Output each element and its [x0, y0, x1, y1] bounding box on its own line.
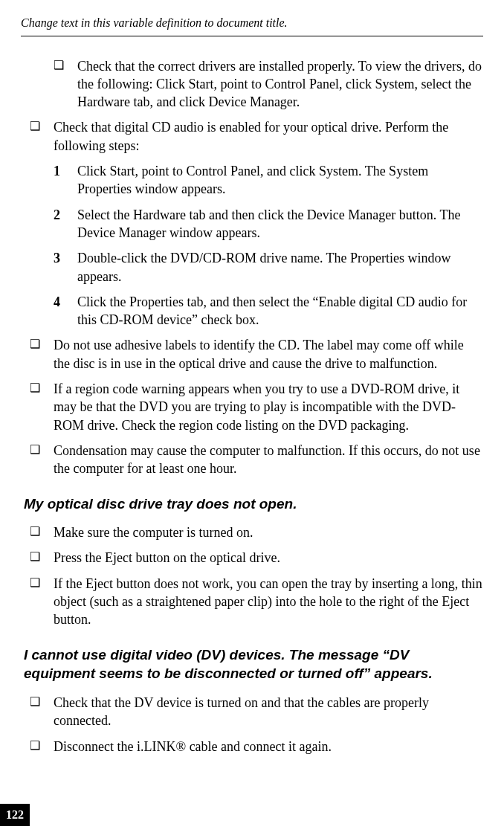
bullet-icon: ❑ — [30, 549, 54, 567]
step-number: 4 — [54, 293, 77, 329]
list-item-text: Disconnect the i.LINK® cable and connect… — [54, 738, 483, 755]
bullet-icon: ❑ — [30, 694, 54, 730]
list-item: ❑ Check that the correct drivers are ins… — [54, 57, 483, 112]
step-number: 3 — [54, 249, 77, 286]
list-item: ❑ Press the Eject button on the optical … — [30, 549, 483, 567]
page-content: ❑ Check that the correct drivers are ins… — [21, 57, 483, 755]
bullet-icon: ❑ — [30, 738, 54, 755]
step-item: 4 Click the Properties tab, and then sel… — [54, 293, 483, 329]
list-item: ❑ Check that digital CD audio is enabled… — [30, 118, 483, 155]
step-item: 3 Double-click the DVD/CD-ROM drive name… — [54, 249, 483, 286]
bullet-icon: ❑ — [30, 575, 54, 629]
list-item: ❑ Condensation may cause the computer to… — [30, 442, 483, 478]
step-number: 2 — [54, 206, 77, 242]
list-item: ❑ Disconnect the i.LINK® cable and conne… — [30, 738, 483, 755]
list-item-text: Condensation may cause the computer to m… — [54, 442, 483, 478]
list-item: ❑ Check that the DV device is turned on … — [30, 694, 483, 730]
step-text: Select the Hardware tab and then click t… — [77, 206, 483, 242]
page-number: 122 — [0, 804, 30, 826]
bullet-icon: ❑ — [30, 118, 54, 155]
list-item-text: If the Eject button does not work, you c… — [54, 575, 483, 629]
step-text: Click Start, point to Control Panel, and… — [77, 162, 483, 199]
list-item: ❑ Make sure the computer is turned on. — [30, 523, 483, 541]
section-heading-dv: I cannot use digital video (DV) devices.… — [24, 645, 483, 683]
list-item-text: Check that digital CD audio is enabled f… — [54, 118, 483, 155]
bullet-icon: ❑ — [30, 442, 54, 478]
step-number: 1 — [54, 162, 77, 199]
bullet-icon: ❑ — [30, 523, 54, 541]
step-item: 2 Select the Hardware tab and then click… — [54, 206, 483, 242]
page-header: Change text in this variable definition … — [21, 15, 483, 36]
bullet-icon: ❑ — [54, 57, 77, 112]
section-heading-tray: My optical disc drive tray does not open… — [24, 494, 483, 514]
list-item-text: Do not use adhesive labels to identify t… — [54, 336, 483, 373]
list-item-text: Make sure the computer is turned on. — [54, 523, 483, 541]
bullet-icon: ❑ — [30, 380, 54, 434]
list-item: ❑ If the Eject button does not work, you… — [30, 575, 483, 629]
list-item: ❑ Do not use adhesive labels to identify… — [30, 336, 483, 373]
list-item-text: Check that the DV device is turned on an… — [54, 694, 483, 730]
step-item: 1 Click Start, point to Control Panel, a… — [54, 162, 483, 199]
list-item-text: Check that the correct drivers are insta… — [77, 57, 483, 112]
bullet-icon: ❑ — [30, 336, 54, 373]
step-text: Double-click the DVD/CD-ROM drive name. … — [77, 249, 483, 286]
list-item-text: Press the Eject button on the optical dr… — [54, 549, 483, 567]
list-item: ❑ If a region code warning appears when … — [30, 380, 483, 434]
step-text: Click the Properties tab, and then selec… — [77, 293, 483, 329]
list-item-text: If a region code warning appears when yo… — [54, 380, 483, 434]
